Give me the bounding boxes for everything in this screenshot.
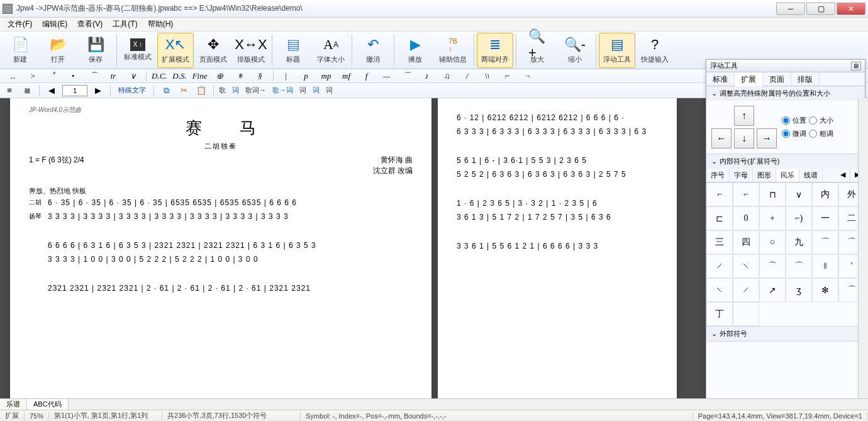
score-page-2[interactable]: 6 · 12 | 6212 6212 | 6212 6212 | 6 6 6 |… xyxy=(438,98,677,398)
symbol-cell-9[interactable]: ⌐) xyxy=(786,206,812,230)
arrow-up-button[interactable]: ↑ xyxy=(734,106,754,126)
symbol-btn-12[interactable]: § xyxy=(250,70,270,82)
symbol-cell-27[interactable]: ʒ xyxy=(786,278,812,302)
float-tool-button[interactable]: ▤浮动工具 xyxy=(599,33,635,68)
menu-view[interactable]: 查看(V) xyxy=(72,18,108,31)
symbol-btn-0[interactable]: ‥ xyxy=(3,70,23,82)
symbol-btn-19[interactable]: ⌒ xyxy=(397,70,417,82)
symbol-btn-25[interactable]: ¬ xyxy=(518,70,538,82)
layout-mode-button[interactable]: X↔X排版模式 xyxy=(233,33,269,68)
symbol-cell-2[interactable]: ⊓ xyxy=(759,182,786,206)
lyric-item-0[interactable]: 歌 xyxy=(219,84,226,97)
symbol-btn-10[interactable]: ⊕ xyxy=(210,70,230,82)
cut-icon[interactable]: ✂ xyxy=(177,84,191,97)
symbol-btn-16[interactable]: mf xyxy=(337,70,357,82)
page-next-button[interactable]: ▶ xyxy=(91,84,105,97)
aux-info-button[interactable]: 7B↕辅助信息 xyxy=(435,33,471,68)
symbol-cell-26[interactable]: ↗ xyxy=(759,278,786,302)
symbol-btn-20[interactable]: ♪ xyxy=(417,70,437,82)
undo-button[interactable]: ↶撤消 xyxy=(355,33,391,68)
symbol-cell-7[interactable]: 0 xyxy=(733,206,759,230)
symbol-btn-4[interactable]: ⌒ xyxy=(83,70,103,82)
play-button[interactable]: ▶播放 xyxy=(397,33,433,68)
subtab-nav[interactable]: ◀ xyxy=(836,169,850,182)
symbol-btn-1[interactable]: > xyxy=(23,70,43,82)
staff-line[interactable]: 3 3 6 1 | 5 5 6 1 2 1 | 6 6 6 6 | 3 3 3 xyxy=(457,242,658,250)
save-button[interactable]: 💾保存 xyxy=(77,33,114,68)
symbol-cell-3[interactable]: ∨ xyxy=(786,182,812,206)
subtab-0[interactable]: 序号 xyxy=(706,169,730,182)
title-button[interactable]: ▤标题 xyxy=(275,33,311,68)
staff-line[interactable]: 2321 2321 | 2321 2321 | 2 · 61 | 2 · 61 … xyxy=(48,284,413,293)
open-button[interactable]: 📂打开 xyxy=(40,33,76,68)
menu-tools[interactable]: 工具(T) xyxy=(108,18,142,31)
tab-abc[interactable]: ABC代码 xyxy=(27,399,69,410)
symbol-btn-18[interactable]: — xyxy=(377,70,397,82)
staff-line[interactable]: 3 3 3 3 | 1 0 0 | 3 0 0 | 5 2 2 2 | 5 2 … xyxy=(48,255,413,264)
symbol-btn-5[interactable]: tr xyxy=(103,70,123,82)
scrollbar-vertical[interactable] xyxy=(858,98,868,398)
staff-line[interactable]: 3 3 3 3 | 3 3 3 3 | 3 3 3 3 | 3 3 3 3 | … xyxy=(48,212,413,221)
score-page-1[interactable]: JP-Word4.0示范曲 赛马 二胡独奏 1 = F (6 3弦) 2/4 黄… xyxy=(10,98,431,398)
symbol-cell-18[interactable]: ⟋ xyxy=(706,254,733,278)
section-internal-header[interactable]: ⌄内部符号(扩展符号) xyxy=(706,154,865,169)
symbol-btn-24[interactable]: ⌐ xyxy=(498,70,518,82)
lyric-item-5[interactable]: 词 xyxy=(313,84,320,97)
symbol-btn-6[interactable]: ∨ xyxy=(123,70,143,82)
menu-help[interactable]: 帮助(H) xyxy=(143,18,179,31)
section-external-header[interactable]: ⌄外部符号 xyxy=(706,327,865,341)
symbol-btn-21[interactable]: ♫ xyxy=(437,70,457,82)
lyric-item-4[interactable]: 词 xyxy=(299,84,306,97)
symbol-cell-6[interactable]: ⊏ xyxy=(706,206,733,230)
subtab-4[interactable]: 线谱 xyxy=(799,169,823,182)
symbol-btn-2[interactable]: ˅ xyxy=(43,70,63,82)
justify-button[interactable]: ≣两端对齐 xyxy=(477,33,513,68)
symbol-cell-20[interactable]: ⌒ xyxy=(759,254,786,278)
page-input[interactable] xyxy=(62,85,87,96)
symbol-cell-10[interactable]: 一 xyxy=(812,206,838,230)
symbol-cell-31[interactable] xyxy=(733,302,759,326)
std-mode-button[interactable]: X ↕标准模式 xyxy=(120,33,156,68)
zoom-in-button[interactable]: 🔍+放大 xyxy=(519,33,555,68)
staff-line[interactable]: 5 6 1 | 6 - | 3 6·1 | 5 5 3 | 2 3 6 5 xyxy=(457,156,658,165)
subtab-1[interactable]: 字母 xyxy=(730,169,753,182)
float-tab-0[interactable]: 标准 xyxy=(706,72,735,86)
symbol-btn-3[interactable]: • xyxy=(63,70,83,82)
symbol-cell-24[interactable]: ⟍ xyxy=(706,278,733,302)
new-button[interactable]: 📄新建 xyxy=(2,33,38,68)
symbol-btn-14[interactable]: p xyxy=(296,70,316,82)
symbol-btn-7[interactable]: D.C. xyxy=(149,70,170,82)
symbol-btn-17[interactable]: f xyxy=(357,70,377,82)
align-left-icon[interactable]: ≡ xyxy=(3,84,16,97)
symbol-cell-13[interactable]: 四 xyxy=(733,230,759,254)
float-close-button[interactable]: ⊠ xyxy=(851,62,861,70)
staff-line[interactable]: 3 6 1 3 | 5 1 7 2 | 1 7 2 5 7 | 3 5 | 6 … xyxy=(457,213,658,222)
radio-position[interactable] xyxy=(782,116,790,125)
quick-input-button[interactable]: ?快捷输入 xyxy=(637,33,673,68)
subtab-3[interactable]: 民乐 xyxy=(776,169,799,182)
floating-tools-panel[interactable]: 浮动工具 ⊠ 标准扩展页面排版 ⌄调整高亮特殊附属符号的位置和大小 ↑ ← ↓ … xyxy=(706,59,865,399)
minimize-button[interactable]: ─ xyxy=(776,3,805,15)
tab-score[interactable]: 乐谱 xyxy=(0,399,27,410)
symbol-cell-25[interactable]: ⟋ xyxy=(733,278,759,302)
float-tab-2[interactable]: 页面 xyxy=(763,72,791,86)
zoom-out-button[interactable]: 🔍-缩小 xyxy=(557,33,593,68)
symbol-btn-13[interactable]: | xyxy=(276,70,296,82)
page-mode-button[interactable]: ✥页面模式 xyxy=(195,33,231,68)
maximize-button[interactable]: ▢ xyxy=(806,3,835,15)
float-panel-title[interactable]: 浮动工具 ⊠ xyxy=(706,60,865,72)
symbol-cell-14[interactable]: ○ xyxy=(759,230,786,254)
lyric-item-2[interactable]: 歌词→ xyxy=(245,84,266,97)
arrow-down-button[interactable]: ↓ xyxy=(734,128,754,149)
symbol-cell-21[interactable]: ⌒ xyxy=(786,254,812,278)
page-prev-button[interactable]: ◀ xyxy=(45,84,58,97)
lyric-item-3[interactable]: 歌→词 xyxy=(272,84,293,97)
symbol-btn-8[interactable]: D.S. xyxy=(170,70,190,82)
float-tab-3[interactable]: 排版 xyxy=(791,72,820,86)
symbol-cell-1[interactable]: ⌐ xyxy=(733,182,759,206)
arrow-left-button[interactable]: ← xyxy=(711,128,732,149)
section-adjust-header[interactable]: ⌄调整高亮特殊附属符号的位置和大小 xyxy=(706,86,865,101)
symbol-cell-19[interactable]: ⟍ xyxy=(733,254,759,278)
symbol-btn-15[interactable]: mp xyxy=(316,70,337,82)
align-icon[interactable]: ≣ xyxy=(20,84,34,97)
